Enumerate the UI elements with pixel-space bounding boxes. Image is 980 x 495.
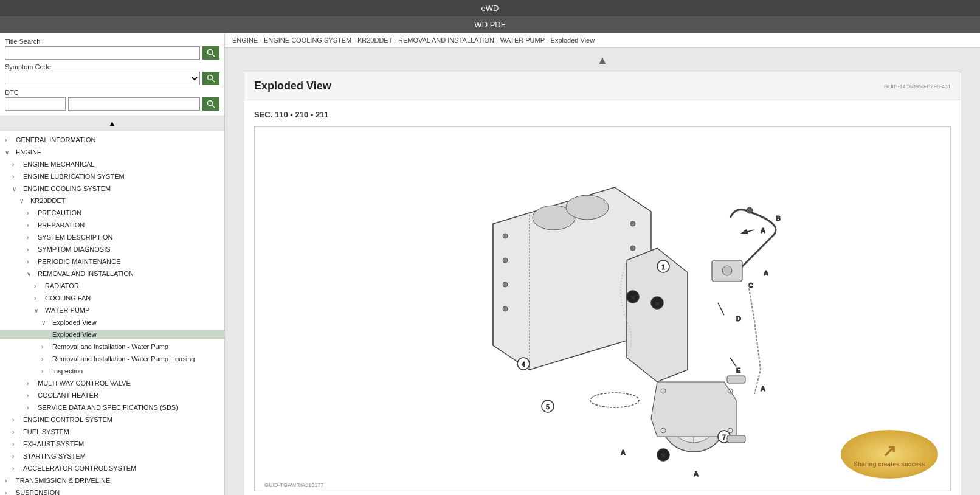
tree-item-water-pump[interactable]: ∨WATER PUMP (0, 304, 224, 316)
tree-item-suspension[interactable]: ›SUSPENSION (0, 486, 224, 495)
tree-item-cooling-fan[interactable]: ›COOLING FAN (0, 292, 224, 304)
tree-item-multiway-valve[interactable]: ›MULTI-WAY CONTROL VALVE (0, 377, 224, 389)
tree-arrow: › (12, 161, 21, 168)
search-icon (207, 49, 215, 57)
svg-line-5 (212, 105, 215, 108)
svg-text:✕: ✕ (655, 300, 660, 307)
tree-item-service-data[interactable]: ›SERVICE DATA AND SPECIFICATIONS (SDS) (0, 401, 224, 414)
tree-arrow: ∨ (12, 185, 21, 192)
svg-point-14 (630, 221, 635, 226)
tree-arrow: › (41, 344, 50, 350)
tree-item-fuel-system[interactable]: ›FUEL SYSTEM (0, 426, 224, 438)
tree-item-exhaust-system[interactable]: ›EXHAUST SYSTEM (0, 438, 224, 450)
tree-item-inspection[interactable]: ›Inspection (0, 365, 224, 377)
tree-item-coolant-heater[interactable]: ›COOLANT HEATER (0, 389, 224, 401)
svg-point-15 (630, 246, 635, 251)
svg-text:7: 7 (722, 434, 726, 441)
tree-label: PREPARATION (38, 221, 85, 229)
tree-label: RADIATOR (45, 282, 79, 289)
title-search-button[interactable] (202, 46, 219, 60)
tree-item-engine-lub[interactable]: ›ENGINE LUBRICATION SYSTEM (0, 170, 224, 182)
tree-item-exploded-view-parent[interactable]: ∨Exploded View (0, 316, 224, 328)
tree-item-engine[interactable]: ∨ENGINE (0, 146, 224, 158)
svg-point-13 (503, 306, 508, 311)
content-collapse-button[interactable]: ▲ (597, 54, 608, 67)
svg-text:A: A (764, 269, 768, 277)
tree-arrow: › (12, 441, 21, 448)
tree-item-engine-mechanical[interactable]: ›ENGINE MECHANICAL (0, 158, 224, 170)
tree-item-removal-install-wp[interactable]: ›Removal and Installation - Water Pump (0, 341, 224, 353)
tree-item-removal-install-wph[interactable]: ›Removal and Installation - Water Pump H… (0, 353, 224, 365)
tree-arrow: › (41, 368, 50, 375)
svg-text:1: 1 (661, 264, 665, 271)
section-label: SEC. 110 • 210 • 211 (254, 110, 951, 119)
sidebar-controls: Title Search Symptom Code (0, 33, 224, 116)
svg-text:B: B (776, 215, 781, 222)
tree-arrow: › (27, 234, 35, 241)
tree-label: MULTI-WAY CONTROL VALVE (38, 379, 131, 387)
tree-arrow: › (12, 453, 21, 460)
tree-label: EXHAUST SYSTEM (23, 440, 84, 448)
tree-arrow: ∨ (34, 307, 43, 314)
wd-pdf-button[interactable]: WD PDF (0, 16, 980, 33)
tree-item-kr20ddet[interactable]: ∨KR20DDET (0, 195, 224, 207)
tree-item-radiator[interactable]: ›RADIATOR (0, 280, 224, 292)
search-icon-2 (207, 74, 215, 83)
tree-label: ENGINE MECHANICAL (23, 161, 94, 168)
tree-arrow: › (12, 417, 21, 423)
tree-arrow: › (12, 173, 21, 180)
tree-item-engine-cooling[interactable]: ∨ENGINE COOLING SYSTEM (0, 182, 224, 195)
breadcrumb: ENGINE - ENGINE COOLING SYSTEM - KR20DDE… (225, 33, 980, 48)
tree-arrow: ∨ (41, 319, 50, 326)
tree-arrow: ∨ (19, 198, 28, 204)
svg-text:✕: ✕ (630, 294, 635, 301)
tree-arrow: › (27, 246, 35, 253)
svg-point-54 (590, 393, 639, 407)
svg-point-25 (747, 207, 753, 213)
tree-item-exploded-view-child[interactable]: Exploded View (0, 328, 224, 341)
tree-item-accel-control[interactable]: ›ACCELERATOR CONTROL SYSTEM (0, 462, 224, 474)
ewd-button[interactable]: eWD (0, 0, 980, 16)
panel-guid: GUID-14C63950-D2F0-431 (884, 83, 951, 89)
title-search-input[interactable] (5, 46, 200, 60)
tree-item-transmission[interactable]: ›TRANSMISSION & DRIVELINE (0, 474, 224, 486)
title-search-label: Title Search (5, 38, 219, 45)
tree-item-engine-control[interactable]: ›ENGINE CONTROL SYSTEM (0, 414, 224, 426)
sidebar-collapse-button[interactable]: ▲ (0, 116, 224, 131)
tree-item-precaution[interactable]: ›PRECAUTION (0, 207, 224, 219)
tree-item-periodic-maint[interactable]: ›PERIODIC MAINTENANCE (0, 255, 224, 268)
svg-line-51 (742, 230, 754, 233)
dtc-search-button[interactable] (202, 97, 219, 111)
content-panel: Exploded View GUID-14C63950-D2F0-431 SEC… (244, 72, 961, 495)
symptom-search-button[interactable] (202, 72, 219, 85)
dtc-input-1[interactable] (5, 97, 66, 111)
content-area: ENGINE - ENGINE COOLING SYSTEM - KR20DDE… (225, 33, 980, 495)
content-scroll[interactable]: ▲ Exploded View GUID-14C63950-D2F0-431 S… (225, 48, 980, 495)
tree-item-starting-system[interactable]: ›STARTING SYSTEM (0, 450, 224, 462)
symptom-code-select[interactable] (5, 72, 200, 85)
tree-arrow: › (12, 465, 21, 472)
tree-label: WATER PUMP (45, 306, 89, 314)
svg-line-53 (730, 358, 736, 367)
tree-arrow: › (27, 222, 35, 229)
svg-rect-60 (727, 435, 745, 443)
tree-item-removal-install[interactable]: ∨REMOVAL AND INSTALLATION (0, 268, 224, 280)
svg-line-52 (718, 303, 724, 315)
tree-label: REMOVAL AND INSTALLATION (38, 270, 134, 277)
tree-label: ENGINE CONTROL SYSTEM (23, 416, 112, 423)
tree-item-general-info[interactable]: ›GENERAL INFORMATION (0, 134, 224, 146)
tree-item-symptom-diag[interactable]: ›SYMPTOM DIAGNOSIS (0, 243, 224, 255)
tree-label: ENGINE (16, 148, 41, 156)
diagram-guid: GUID-TGAWRIA015177 (264, 482, 323, 488)
svg-point-4 (208, 101, 213, 106)
dtc-input-2[interactable] (68, 97, 200, 111)
tree-item-system-desc[interactable]: ›SYSTEM DESCRIPTION (0, 231, 224, 243)
sidebar: Title Search Symptom Code (0, 33, 225, 495)
tree-arrow: ∨ (5, 149, 13, 156)
svg-point-27 (722, 266, 732, 275)
tree-item-preparation[interactable]: ›PREPARATION (0, 219, 224, 231)
svg-text:A: A (694, 470, 699, 477)
tree-label: Inspection (52, 367, 83, 375)
tree-arrow: › (27, 392, 35, 399)
tree-label: TRANSMISSION & DRIVELINE (16, 477, 110, 484)
